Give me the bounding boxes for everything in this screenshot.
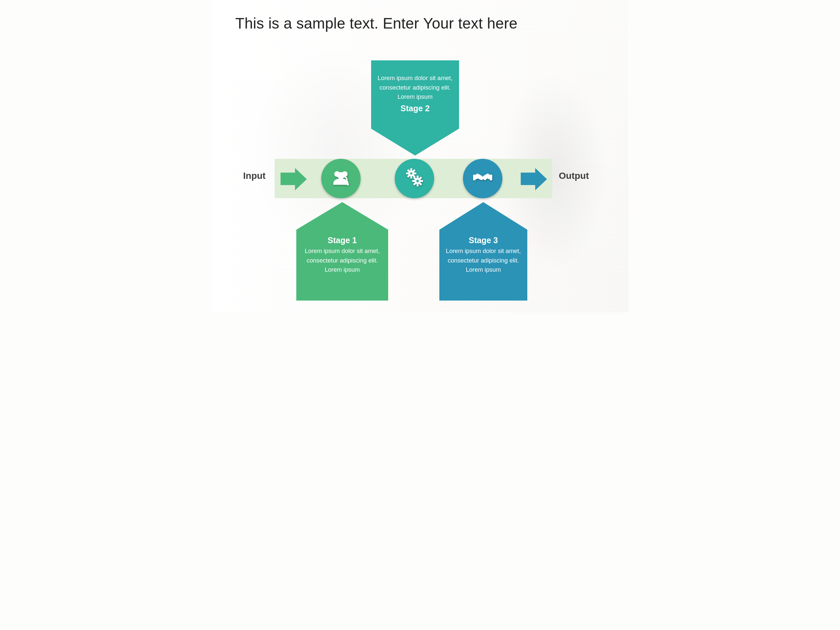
svg-rect-26: [489, 175, 492, 180]
svg-rect-7: [410, 176, 412, 178]
callout-point-up-icon: [439, 202, 527, 230]
stage-2-circle: [395, 159, 434, 198]
callout-point-up-icon: [296, 202, 388, 230]
input-label: Input: [243, 171, 265, 181]
stage-3-callout: Stage 3 Lorem ipsum dolor sit amet, cons…: [439, 202, 527, 300]
stage-2-callout: Lorem ipsum dolor sit amet, consectetur …: [371, 60, 459, 156]
background-wash: [212, 0, 628, 313]
svg-rect-19: [420, 180, 423, 182]
slide: This is a sample text. Enter Your text h…: [212, 0, 628, 313]
stage-1-callout: Stage 1 Lorem ipsum dolor sit amet, cons…: [296, 202, 388, 300]
stage-2-title: Stage 2: [377, 104, 453, 113]
people-search-icon: [331, 168, 351, 189]
gears-icon: [404, 168, 425, 189]
callout-point-down-icon: [371, 129, 459, 156]
svg-rect-18: [412, 180, 415, 182]
svg-rect-25: [473, 175, 476, 180]
svg-point-14: [410, 172, 412, 175]
stage-3-title: Stage 3: [445, 235, 521, 245]
slide-title: This is a sample text. Enter Your text h…: [235, 14, 518, 32]
svg-rect-6: [410, 168, 412, 171]
svg-point-24: [416, 180, 419, 182]
svg-rect-16: [417, 175, 419, 178]
stage-3-circle: [463, 159, 502, 198]
stage-1-circle: [321, 159, 361, 198]
stage-3-desc: Lorem ipsum dolor sit amet, consectetur …: [445, 246, 521, 275]
svg-point-2: [337, 172, 344, 179]
svg-rect-8: [406, 172, 409, 175]
stage-1-desc: Lorem ipsum dolor sit amet, consectetur …: [302, 246, 382, 275]
stage-2-desc: Lorem ipsum dolor sit amet, consectetur …: [377, 74, 453, 102]
svg-rect-9: [414, 172, 416, 175]
handshake-icon: [472, 168, 493, 189]
svg-rect-17: [417, 184, 419, 186]
stage-1-title: Stage 1: [302, 235, 382, 245]
output-label: Output: [559, 171, 589, 181]
